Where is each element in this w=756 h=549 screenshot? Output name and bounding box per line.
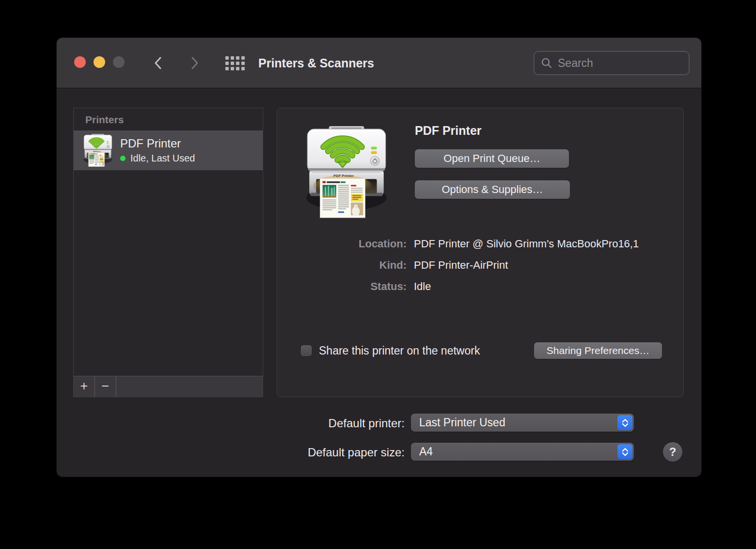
options-supplies-button[interactable]: Options & Supplies… xyxy=(415,180,570,199)
printer-name: PDF Printer xyxy=(120,137,195,150)
location-value: PDF Printer @ Silvio Grimm's MacBookPro1… xyxy=(414,238,639,250)
default-paper-size-label: Default paper size: xyxy=(251,446,405,459)
chevron-left-icon xyxy=(152,56,165,70)
printer-detail-panel: PDF Printer Open Print Queue… Options & … xyxy=(277,108,684,397)
status-value: Idle xyxy=(414,280,431,293)
traffic-lights xyxy=(74,56,125,68)
printers-list: Printers PDF Printer Idle, Last Used + − xyxy=(73,108,263,397)
info-row-location: Location: PDF Printer @ Silvio Grimm's M… xyxy=(277,238,639,250)
info-row-status: Status: Idle xyxy=(277,280,431,293)
close-button[interactable] xyxy=(74,56,86,68)
kind-label: Kind: xyxy=(277,259,407,272)
minimize-button[interactable] xyxy=(94,56,105,68)
search-icon xyxy=(540,57,553,69)
status-label: Status: xyxy=(277,280,407,293)
search-input[interactable] xyxy=(558,57,701,70)
printers-list-header: Printers xyxy=(74,108,263,130)
back-button[interactable] xyxy=(152,55,165,71)
kind-value: PDF Printer-AirPrint xyxy=(414,259,508,272)
open-print-queue-button[interactable]: Open Print Queue… xyxy=(415,149,569,168)
default-paper-size-value: A4 xyxy=(419,445,617,458)
search-field[interactable] xyxy=(534,51,690,75)
default-paper-size-select[interactable]: A4 xyxy=(411,443,634,461)
share-printer-checkbox[interactable] xyxy=(301,345,312,356)
printer-icon xyxy=(79,133,116,168)
help-button[interactable]: ? xyxy=(663,442,682,462)
list-toolbar: + − xyxy=(74,376,263,397)
page-title: Printers & Scanners xyxy=(258,38,374,88)
detail-printer-name: PDF Printer xyxy=(415,124,482,138)
forward-button[interactable] xyxy=(188,55,201,71)
show-all-grid-icon[interactable] xyxy=(225,56,245,70)
stepper-icon xyxy=(617,415,632,430)
fullscreen-button[interactable] xyxy=(113,56,125,68)
printer-icon-large xyxy=(298,122,395,223)
titlebar: Printers & Scanners xyxy=(57,38,701,88)
printer-status-text: Idle, Last Used xyxy=(130,153,195,164)
default-printer-label: Default printer: xyxy=(251,417,405,430)
default-printer-select[interactable]: Last Printer Used xyxy=(411,414,634,432)
sharing-preferences-button[interactable]: Sharing Preferences… xyxy=(534,342,662,359)
printers-scanners-window: Printers & Scanners Printers PDF Printer… xyxy=(57,38,701,477)
add-printer-button[interactable]: + xyxy=(74,376,95,397)
default-printer-value: Last Printer Used xyxy=(419,416,617,429)
location-label: Location: xyxy=(277,238,407,250)
remove-printer-button[interactable]: − xyxy=(95,376,116,397)
chevron-right-icon xyxy=(188,56,201,70)
printer-status: Idle, Last Used xyxy=(120,153,195,164)
stepper-icon xyxy=(617,444,632,459)
share-printer-label[interactable]: Share this printer on the network xyxy=(319,344,480,357)
printer-list-item-pdf-printer[interactable]: PDF Printer Idle, Last Used xyxy=(74,130,263,170)
printer-row-text: PDF Printer Idle, Last Used xyxy=(120,137,195,164)
info-row-kind: Kind: PDF Printer-AirPrint xyxy=(277,259,508,272)
status-dot-icon xyxy=(120,156,126,161)
